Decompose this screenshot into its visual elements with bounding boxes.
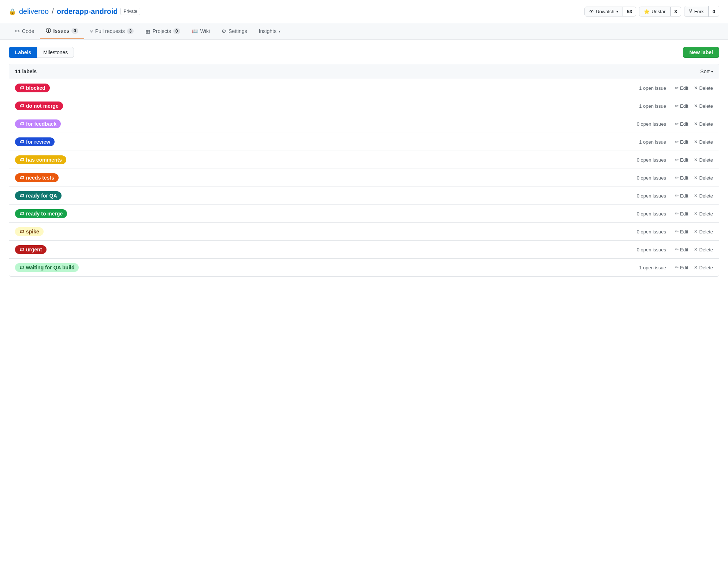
- tag-icon: 🏷: [19, 211, 24, 216]
- label-text: spike: [26, 229, 39, 235]
- edit-button-do-not-merge[interactable]: ✏ Edit: [675, 103, 688, 109]
- pencil-icon: ✏: [675, 175, 679, 180]
- tab-insights[interactable]: Insights ▾: [253, 24, 286, 38]
- insights-chevron-icon: ▾: [279, 29, 281, 33]
- open-issues-count: 0 open issues: [629, 247, 666, 252]
- edit-button-needs-tests[interactable]: ✏ Edit: [675, 175, 688, 181]
- label-text: ready for QA: [26, 193, 57, 199]
- tag-icon: 🏷: [19, 85, 24, 91]
- label-left: 🏷urgent: [15, 245, 125, 254]
- watch-count: 53: [623, 7, 636, 16]
- unstar-button[interactable]: ⭐ Unstar: [639, 7, 670, 16]
- org-link[interactable]: deliveroo: [19, 7, 49, 16]
- label-badge-urgent: 🏷urgent: [15, 245, 47, 254]
- label-badge-ready-to-merge: 🏷ready to merge: [15, 209, 67, 218]
- pencil-icon: ✏: [675, 247, 679, 252]
- label-text: blocked: [26, 85, 45, 91]
- delete-button-spike[interactable]: ✕ Delete: [694, 229, 713, 235]
- label-right: 0 open issues✏ Edit✕ Delete: [629, 175, 713, 181]
- labels-rows: 🏷blocked1 open issue✏ Edit✕ Delete🏷do no…: [9, 79, 719, 276]
- label-text: has comments: [26, 157, 62, 163]
- pr-badge: 3: [127, 28, 134, 34]
- tab-issues[interactable]: ⓘ Issues 0: [40, 23, 84, 39]
- repo-actions: 👁 Unwatch ▾ 53 ⭐ Unstar 3 ⑂ Fork 0: [582, 6, 719, 17]
- edit-button-spike[interactable]: ✏ Edit: [675, 229, 688, 235]
- wiki-icon: 📖: [192, 28, 198, 34]
- unwatch-button[interactable]: 👁 Unwatch ▾: [585, 7, 623, 16]
- delete-button-needs-tests[interactable]: ✕ Delete: [694, 175, 713, 181]
- delete-button-do-not-merge[interactable]: ✕ Delete: [694, 103, 713, 109]
- edit-button-waiting-for-qa-build[interactable]: ✏ Edit: [675, 265, 688, 270]
- new-label-button[interactable]: New label: [683, 47, 719, 58]
- x-icon: ✕: [694, 193, 698, 198]
- fork-group: ⑂ Fork 0: [684, 6, 719, 17]
- fork-button[interactable]: ⑂ Fork: [684, 6, 709, 16]
- pr-icon: ⑂: [90, 29, 93, 34]
- tag-icon: 🏷: [19, 139, 24, 144]
- edit-button-ready-to-merge[interactable]: ✏ Edit: [675, 211, 688, 217]
- tab-pull-requests[interactable]: ⑂ Pull requests 3: [84, 24, 140, 38]
- open-issues-count: 1 open issue: [629, 265, 666, 270]
- edit-button-for-feedback[interactable]: ✏ Edit: [675, 121, 688, 127]
- delete-button-has-comments[interactable]: ✕ Delete: [694, 157, 713, 163]
- label-right: 1 open issue✏ Edit✕ Delete: [629, 139, 713, 145]
- label-row: 🏷has comments0 open issues✏ Edit✕ Delete: [9, 151, 719, 169]
- label-badge-do-not-merge: 🏷do not merge: [15, 102, 63, 110]
- label-left: 🏷ready for QA: [15, 191, 125, 200]
- delete-button-blocked[interactable]: ✕ Delete: [694, 85, 713, 91]
- label-right: 1 open issue✏ Edit✕ Delete: [629, 85, 713, 91]
- pencil-icon: ✏: [675, 229, 679, 234]
- repo-link[interactable]: orderapp-android: [57, 7, 118, 16]
- label-row: 🏷spike0 open issues✏ Edit✕ Delete: [9, 223, 719, 241]
- label-actions: ✏ Edit✕ Delete: [675, 175, 713, 181]
- edit-button-has-comments[interactable]: ✏ Edit: [675, 157, 688, 163]
- tab-wiki-label: Wiki: [200, 28, 210, 34]
- tab-code[interactable]: <> Code: [9, 24, 40, 38]
- label-text: ready to merge: [26, 211, 63, 217]
- label-badge-needs-tests: 🏷needs tests: [15, 173, 59, 182]
- nav-tabs: <> Code ⓘ Issues 0 ⑂ Pull requests 3 ▦ P…: [0, 23, 728, 40]
- tab-wiki[interactable]: 📖 Wiki: [186, 24, 216, 38]
- edit-button-urgent[interactable]: ✏ Edit: [675, 247, 688, 252]
- sort-button[interactable]: Sort ▾: [700, 69, 713, 74]
- unwatch-label: Unwatch: [596, 9, 614, 14]
- edit-button-blocked[interactable]: ✏ Edit: [675, 85, 688, 91]
- pencil-icon: ✏: [675, 265, 679, 270]
- label-row: 🏷blocked1 open issue✏ Edit✕ Delete: [9, 79, 719, 97]
- edit-button-ready-for-qa[interactable]: ✏ Edit: [675, 193, 688, 199]
- tag-icon: 🏷: [19, 229, 24, 234]
- label-left: 🏷waiting for QA build: [15, 263, 125, 272]
- tab-settings-label: Settings: [229, 28, 247, 34]
- code-icon: <>: [15, 29, 20, 34]
- labels-count: 11 labels: [15, 69, 37, 74]
- label-actions: ✏ Edit✕ Delete: [675, 229, 713, 235]
- labels-tab-button[interactable]: Labels: [9, 47, 37, 58]
- star-icon: ⭐: [644, 9, 650, 14]
- label-right: 1 open issue✏ Edit✕ Delete: [629, 103, 713, 109]
- delete-button-urgent[interactable]: ✕ Delete: [694, 247, 713, 252]
- milestones-tab-button[interactable]: Milestones: [37, 47, 74, 58]
- label-row: 🏷urgent0 open issues✏ Edit✕ Delete: [9, 241, 719, 259]
- pencil-icon: ✏: [675, 211, 679, 216]
- x-icon: ✕: [694, 103, 698, 108]
- label-badge-for-review: 🏷for review: [15, 137, 55, 146]
- delete-button-for-review[interactable]: ✕ Delete: [694, 139, 713, 145]
- watch-group: 👁 Unwatch ▾ 53: [584, 7, 636, 16]
- label-left: 🏷spike: [15, 227, 125, 236]
- label-left: 🏷blocked: [15, 84, 125, 92]
- label-text: for feedback: [26, 121, 56, 127]
- label-row: 🏷for feedback0 open issues✏ Edit✕ Delete: [9, 115, 719, 133]
- projects-icon: ▦: [145, 28, 150, 34]
- delete-button-for-feedback[interactable]: ✕ Delete: [694, 121, 713, 127]
- open-issues-count: 0 open issues: [629, 211, 666, 217]
- edit-button-for-review[interactable]: ✏ Edit: [675, 139, 688, 145]
- label-text: waiting for QA build: [26, 265, 74, 270]
- delete-button-ready-for-qa[interactable]: ✕ Delete: [694, 193, 713, 199]
- tab-projects[interactable]: ▦ Projects 0: [140, 24, 186, 38]
- label-actions: ✏ Edit✕ Delete: [675, 139, 713, 145]
- x-icon: ✕: [694, 175, 698, 180]
- label-actions: ✏ Edit✕ Delete: [675, 85, 713, 91]
- delete-button-ready-to-merge[interactable]: ✕ Delete: [694, 211, 713, 217]
- tab-settings[interactable]: ⚙ Settings: [216, 24, 253, 38]
- delete-button-waiting-for-qa-build[interactable]: ✕ Delete: [694, 265, 713, 270]
